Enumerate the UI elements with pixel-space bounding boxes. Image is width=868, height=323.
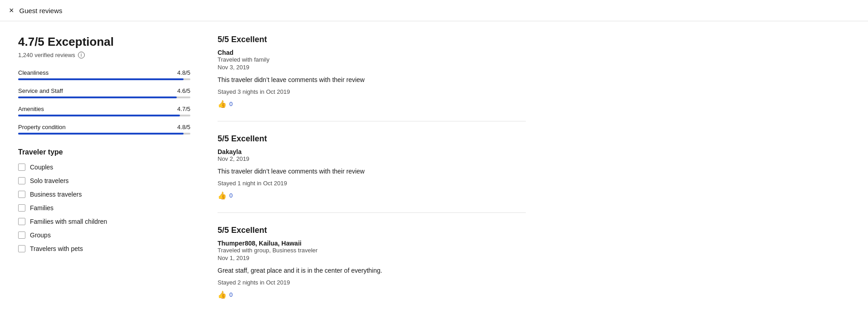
reviewer-name: Dakayla: [218, 148, 526, 155]
review-stay: Stayed 3 nights in Oct 2019: [218, 88, 526, 95]
thumbs-count: 0: [229, 192, 233, 199]
review-date: Nov 1, 2019: [218, 255, 526, 261]
traveler-type-list: Couples Solo travelers Business traveler…: [18, 164, 190, 252]
left-panel: 4.7/5 Exceptional 1,240 verified reviews…: [18, 35, 190, 323]
progress-bar-container: [18, 78, 190, 80]
rating-label: Service and Staff: [18, 87, 63, 94]
rating-categories: Cleanliness 4.8/5 Service and Staff 4.6/…: [18, 69, 190, 135]
review-item-0: 5/5 Excellent Chad Traveled with family …: [218, 35, 526, 121]
review-comment: Great staff, great place and it is in th…: [218, 266, 526, 275]
reviewer-name: Chad: [218, 49, 526, 56]
rating-value: 4.8/5: [177, 69, 190, 76]
thumbs-row: 👍 0: [218, 100, 526, 108]
thumbs-count: 0: [229, 101, 233, 107]
checkbox-box[interactable]: [18, 245, 25, 252]
reviewer-meta: Traveled with family: [218, 56, 526, 63]
checkbox-label: Groups: [30, 231, 51, 239]
checkbox-item-4[interactable]: Families with small children: [18, 218, 190, 225]
close-icon[interactable]: ×: [9, 6, 14, 14]
review-score: 5/5 Excellent: [218, 226, 526, 235]
thumbs-up-icon[interactable]: 👍: [218, 100, 227, 108]
rating-category-3: Property condition 4.8/5: [18, 124, 190, 135]
verified-reviews-text: 1,240 verified reviews: [18, 52, 75, 58]
thumbs-row: 👍 0: [218, 290, 526, 299]
checkbox-item-3[interactable]: Families: [18, 204, 190, 212]
rating-value: 4.7/5: [177, 106, 190, 112]
review-item-1: 5/5 Excellent Dakayla Nov 2, 2019 This t…: [218, 134, 526, 213]
progress-bar-container: [18, 133, 190, 135]
header: × Guest reviews: [0, 0, 868, 21]
rating-row: Cleanliness 4.8/5: [18, 69, 190, 76]
checkbox-box[interactable]: [18, 231, 25, 239]
rating-label: Property condition: [18, 124, 66, 130]
review-stay: Stayed 1 night in Oct 2019: [218, 180, 526, 187]
review-score: 5/5 Excellent: [218, 35, 526, 44]
reviewer-name: Thumper808, Kailua, Hawaii: [218, 240, 526, 247]
checkbox-box[interactable]: [18, 191, 25, 198]
review-stay: Stayed 2 nights in Oct 2019: [218, 279, 526, 286]
rating-value: 4.6/5: [177, 87, 190, 94]
checkbox-box[interactable]: [18, 204, 25, 212]
checkbox-item-6[interactable]: Travelers with pets: [18, 245, 190, 252]
progress-bar-fill: [18, 96, 177, 98]
rating-label: Cleanliness: [18, 69, 48, 76]
right-panel: 5/5 Excellent Chad Traveled with family …: [218, 35, 526, 323]
rating-category-0: Cleanliness 4.8/5: [18, 69, 190, 80]
review-comment: This traveler didn’t leave comments with…: [218, 75, 526, 85]
reviewer-meta: Traveled with group, Business traveler: [218, 247, 526, 254]
thumbs-count: 0: [229, 291, 233, 298]
checkbox-box[interactable]: [18, 218, 25, 225]
rating-label: Amenities: [18, 106, 44, 112]
traveler-type-title: Traveler type: [18, 148, 190, 156]
progress-bar-fill: [18, 115, 180, 116]
header-title: Guest reviews: [19, 7, 63, 14]
review-score: 5/5 Excellent: [218, 134, 526, 144]
rating-row: Property condition 4.8/5: [18, 124, 190, 130]
checkbox-label: Couples: [30, 164, 53, 171]
info-icon[interactable]: i: [78, 52, 85, 58]
checkbox-label: Travelers with pets: [30, 245, 83, 252]
overall-score: 4.7/5 Exceptional: [18, 35, 190, 49]
checkbox-item-2[interactable]: Business travelers: [18, 191, 190, 198]
checkbox-item-5[interactable]: Groups: [18, 231, 190, 239]
rating-category-2: Amenities 4.7/5: [18, 106, 190, 116]
main-content: 4.7/5 Exceptional 1,240 verified reviews…: [0, 21, 544, 323]
review-date: Nov 3, 2019: [218, 64, 526, 71]
checkbox-label: Business travelers: [30, 191, 82, 198]
progress-bar-container: [18, 115, 190, 116]
checkbox-label: Families with small children: [30, 218, 107, 225]
rating-value: 4.8/5: [177, 124, 190, 130]
checkbox-label: Families: [30, 204, 53, 212]
checkbox-label: Solo travelers: [30, 177, 69, 184]
checkbox-box[interactable]: [18, 164, 25, 171]
traveler-type-section: Traveler type Couples Solo travelers Bus…: [18, 148, 190, 252]
checkbox-box[interactable]: [18, 177, 25, 184]
thumbs-up-icon[interactable]: 👍: [218, 191, 227, 200]
progress-bar-fill: [18, 133, 184, 135]
progress-bar-container: [18, 96, 190, 98]
review-date: Nov 2, 2019: [218, 155, 526, 162]
checkbox-item-0[interactable]: Couples: [18, 164, 190, 171]
thumbs-row: 👍 0: [218, 191, 526, 200]
review-comment: This traveler didn’t leave comments with…: [218, 167, 526, 176]
thumbs-up-icon[interactable]: 👍: [218, 290, 227, 299]
verified-reviews-row: 1,240 verified reviews i: [18, 52, 190, 58]
checkbox-item-1[interactable]: Solo travelers: [18, 177, 190, 184]
rating-category-1: Service and Staff 4.6/5: [18, 87, 190, 98]
progress-bar-fill: [18, 78, 184, 80]
review-item-2: 5/5 Excellent Thumper808, Kailua, Hawaii…: [218, 226, 526, 312]
rating-row: Amenities 4.7/5: [18, 106, 190, 112]
rating-row: Service and Staff 4.6/5: [18, 87, 190, 94]
